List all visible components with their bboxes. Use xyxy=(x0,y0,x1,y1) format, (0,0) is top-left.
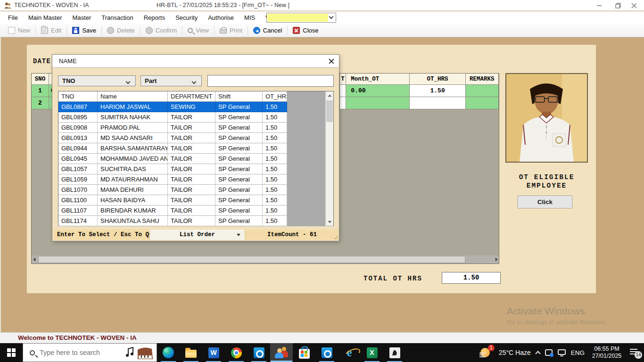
activate-windows-watermark: Activate Windows Go to Settings to activ… xyxy=(507,305,607,326)
internet-explorer-icon: e xyxy=(347,347,352,358)
list-vertical-scrollbar[interactable] xyxy=(325,91,333,226)
edit-button[interactable]: Edit xyxy=(37,26,66,35)
print-button[interactable]: Print xyxy=(215,26,247,35)
save-icon xyxy=(72,27,79,34)
chevron-down-icon xyxy=(329,15,334,19)
taskbar-clock[interactable]: 06:55 PM 27/01/2025 xyxy=(590,346,624,360)
search-field-dropdown[interactable]: TNO xyxy=(58,75,136,86)
delete-button[interactable]: Delete xyxy=(103,26,139,35)
taskbar-app-excel[interactable]: X xyxy=(361,343,383,362)
taskbar-app-ie[interactable]: e xyxy=(338,343,361,362)
new-icon xyxy=(8,27,15,34)
taskbar-app-outlook2[interactable] xyxy=(315,343,338,362)
scroll-down-icon[interactable] xyxy=(326,218,333,226)
confirm-button[interactable]: Confirm xyxy=(141,26,182,35)
new-button[interactable]: New xyxy=(4,26,34,35)
excel-icon: X xyxy=(367,347,378,358)
taskbar-app-photos[interactable] xyxy=(383,343,406,362)
list-item[interactable]: GBL0945MOHAMMAD JAVED AN...TAILORSP Gene… xyxy=(58,154,333,164)
confirm-icon xyxy=(146,27,153,34)
employee-photo xyxy=(505,73,588,163)
store-icon xyxy=(299,349,310,359)
menu-main-master[interactable]: Main Master xyxy=(23,12,67,24)
cast-tray-icon[interactable] xyxy=(545,349,553,356)
outlook-icon xyxy=(254,347,264,358)
taskbar-app-edge[interactable] xyxy=(157,343,180,362)
list-item[interactable]: GBL0895SUMITRA NAHAKTAILORSP General1.50 xyxy=(58,112,333,123)
list-item[interactable]: GBL1100HASAN BAIDYATAILORSP General1.50 xyxy=(58,195,333,206)
cancel-button[interactable]: Cancel xyxy=(249,26,286,35)
taskbar-app-chrome[interactable] xyxy=(225,343,248,362)
scroll-right-icon[interactable] xyxy=(492,255,499,263)
display-tray-icon[interactable] xyxy=(558,349,566,355)
list-item[interactable]: GBL1059MD ATAURRAHMANTAILORSP General1.5… xyxy=(58,174,333,185)
tray-time: 06:55 PM xyxy=(590,346,624,353)
word-icon: W xyxy=(208,347,219,358)
notification-count: 14 xyxy=(635,351,642,359)
chevron-down-icon xyxy=(126,80,131,84)
grid-horizontal-scrollbar[interactable] xyxy=(32,255,499,263)
scroll-up-icon[interactable] xyxy=(326,91,333,99)
weather-badge: 1 xyxy=(488,345,495,351)
close-window-icon[interactable] xyxy=(627,0,641,11)
menu-quick-combo[interactable] xyxy=(266,13,336,23)
taskbar-search[interactable] xyxy=(23,343,157,362)
restore-icon[interactable] xyxy=(611,0,625,11)
delete-icon xyxy=(107,27,114,34)
status-message: Welcome to TECHNOTEK - WOVEN - IA xyxy=(18,333,137,343)
list-order-dropdown[interactable]: List Order xyxy=(150,230,245,240)
chevron-down-icon xyxy=(237,234,240,236)
scrollbar-thumb[interactable] xyxy=(326,100,333,122)
search-highlight-piano-icon xyxy=(125,345,155,361)
click-button[interactable]: Click xyxy=(518,196,572,208)
taskbar-app-explorer[interactable] xyxy=(180,343,202,362)
menu-authorise[interactable]: Authorise xyxy=(203,12,239,24)
list-item[interactable]: GBL1174SHAKUNTALA SAHUTAILORSP General1.… xyxy=(58,216,333,226)
weather-text[interactable]: 25°C Haze xyxy=(499,349,531,356)
tray-date: 27/01/2025 xyxy=(590,353,624,360)
save-button[interactable]: Save xyxy=(68,26,100,35)
start-button[interactable] xyxy=(0,343,23,362)
menu-reports[interactable]: Reports xyxy=(139,12,171,24)
menu-transaction[interactable]: Transaction xyxy=(96,12,138,24)
image-app-icon xyxy=(389,347,400,358)
tray-chevron-up-icon[interactable] xyxy=(535,351,540,356)
menu-file[interactable]: File xyxy=(3,12,23,24)
menu-security[interactable]: Security xyxy=(170,12,203,24)
minimize-icon[interactable] xyxy=(592,0,606,11)
menu-mis[interactable]: MIS xyxy=(239,12,260,24)
date-label: DATE xyxy=(33,58,51,65)
list-item[interactable]: GBL0944BARSHA.SAMANTARAYTAILORSP General… xyxy=(58,143,333,154)
taskbar-app-word[interactable]: W xyxy=(202,343,225,362)
dialog-title-bar: NAME xyxy=(52,55,339,68)
action-center-icon[interactable]: 14 xyxy=(629,347,641,358)
taskbar-app-store[interactable] xyxy=(293,343,315,362)
combo-value-field xyxy=(267,14,328,22)
taskbar-app-outlook[interactable] xyxy=(248,343,270,362)
list-item[interactable]: GBL0913MD SAAD ANSARITAILORSP General1.5… xyxy=(58,133,333,143)
list-item[interactable]: GBL0908PRAMOD.PALTAILORSP General1.50 xyxy=(58,123,333,133)
list-item-selected[interactable]: GBL0887HARIOM JASWALSEWINGSP General1.50 xyxy=(58,102,333,112)
language-indicator[interactable]: ENG xyxy=(571,349,585,356)
name-search-input[interactable] xyxy=(207,75,334,87)
scroll-left-icon[interactable] xyxy=(32,255,38,263)
dialog-close-icon[interactable] xyxy=(328,58,335,65)
edit-icon xyxy=(41,27,48,34)
app-status-bar: Welcome to TECHNOTEK - WOVEN - IA xyxy=(0,332,644,343)
scrollbar-thumb[interactable] xyxy=(38,256,465,263)
taskbar-app-technotek-active[interactable] xyxy=(270,343,293,362)
view-button[interactable]: View xyxy=(183,26,213,35)
list-item[interactable]: GBL1057SUCHITRA.DASTAILORSP General1.50 xyxy=(58,164,333,174)
chevron-down-icon xyxy=(192,80,197,84)
list-item[interactable]: GBL1070MAMA DEHURITAILORSP General1.50 xyxy=(58,185,333,195)
match-mode-dropdown[interactable]: Part xyxy=(140,75,202,86)
list-item[interactable]: GBL1107BIRENDAR KUMARTAILORSP General1.5… xyxy=(58,206,333,216)
close-button[interactable]: Close xyxy=(289,26,322,35)
weather-icon[interactable]: 1 xyxy=(479,346,494,359)
list-header-row: TNO Name DEPARTMENT Shift OT_HRS xyxy=(58,91,333,102)
ot-eligible-label: OT ELIGIBLE EMPLOYEE xyxy=(503,173,590,190)
windows-logo-icon xyxy=(7,348,16,357)
resize-grip[interactable] xyxy=(333,234,338,239)
taskbar: W e X 1 25°C Haze ENG 06:55 PM 27/01/202… xyxy=(0,343,644,362)
menu-master[interactable]: Master xyxy=(67,12,96,24)
